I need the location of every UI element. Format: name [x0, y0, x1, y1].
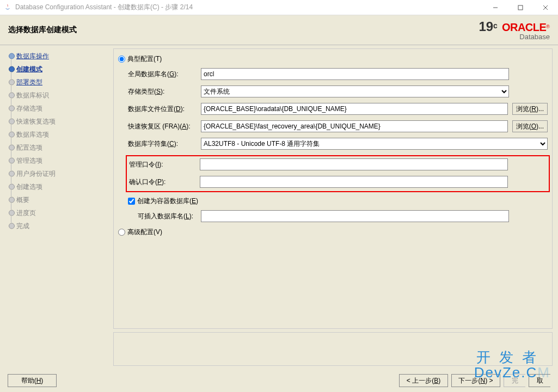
wizard-step-label: 数据库选项	[16, 130, 49, 139]
java-icon	[3, 3, 12, 12]
wizard-step[interactable]: 创建模式	[5, 63, 109, 76]
charset-select[interactable]: AL32UTF8 - Unicode UTF-8 通用字符集	[201, 138, 548, 150]
titlebar: Database Configuration Assistant - 创建数据库…	[0, 0, 558, 15]
wizard-step-label: 快速恢复选项	[16, 117, 56, 126]
wizard-step: 完成	[5, 219, 109, 232]
wizard-step-link[interactable]: 部署类型	[16, 78, 42, 87]
password-highlight-box: 管理口令(I): 确认口令(P):	[126, 155, 550, 192]
help-button[interactable]: 帮助(H)	[8, 374, 57, 387]
container-db-checkbox[interactable]	[128, 198, 135, 205]
wizard-step: 管理选项	[5, 154, 109, 167]
browse-db-file-button[interactable]: 浏览(R)...	[512, 103, 548, 115]
db-file-loc-input[interactable]	[201, 103, 508, 115]
storage-type-label: 存储类型(S):	[128, 87, 201, 96]
wizard-step: 快速恢复选项	[5, 115, 109, 128]
wizard-step: 存储选项	[5, 102, 109, 115]
wizard-step-label: 概要	[16, 195, 29, 205]
admin-pwd-label: 管理口令(I):	[129, 160, 200, 169]
wizard-step[interactable]: 数据库操作	[5, 50, 109, 63]
global-db-label: 全局数据库名(G):	[128, 70, 201, 79]
charset-label: 数据库字符集(C):	[128, 139, 201, 149]
fra-label: 快速恢复区 (FRA)(A):	[128, 122, 201, 131]
wizard-step-link[interactable]: 数据库操作	[16, 52, 49, 61]
finish-button[interactable]: 完	[504, 374, 525, 387]
message-area	[113, 332, 553, 366]
wizard-step[interactable]: 部署类型	[5, 76, 109, 89]
header: 选择数据库创建模式 19c ORACLE® Database	[0, 15, 558, 45]
advanced-config-radio[interactable]	[118, 229, 125, 236]
svg-rect-1	[518, 5, 523, 10]
page-title: 选择数据库创建模式	[8, 25, 77, 35]
wizard-step-label: 管理选项	[16, 156, 42, 166]
cancel-button[interactable]: 取	[529, 374, 550, 387]
minimize-button[interactable]	[483, 0, 508, 15]
wizard-step-label: 数据库标识	[16, 91, 49, 100]
wizard-step: 创建选项	[5, 180, 109, 193]
confirm-pwd-label: 确认口令(P):	[129, 177, 200, 187]
typical-config-label: 典型配置(T)	[127, 54, 162, 64]
window-title: Database Configuration Assistant - 创建数据库…	[15, 3, 483, 12]
wizard-step-label: 配置选项	[16, 143, 42, 152]
wizard-step: 配置选项	[5, 141, 109, 154]
typical-config-radio[interactable]	[118, 56, 125, 63]
close-button[interactable]	[533, 0, 558, 15]
confirm-pwd-input[interactable]	[200, 176, 508, 188]
storage-type-select[interactable]: 文件系统	[201, 85, 509, 97]
advanced-config-label: 高级配置(V)	[127, 228, 162, 237]
wizard-step-label: 进度页	[16, 209, 36, 218]
wizard-step: 数据库标识	[5, 89, 109, 102]
wizard-step: 概要	[5, 193, 109, 206]
brand-logo: 19c ORACLE® Database	[479, 20, 550, 40]
wizard-step-label: 存储选项	[16, 104, 42, 113]
wizard-step: 数据库选项	[5, 128, 109, 141]
main-panel: 典型配置(T) 全局数据库名(G): 存储类型(S): 文件系统 数据库文件位置…	[109, 45, 558, 369]
wizard-step-label: 完成	[16, 222, 29, 231]
db-file-loc-label: 数据库文件位置(D):	[128, 105, 201, 114]
window-controls	[483, 0, 558, 15]
wizard-step-label: 用户身份证明	[16, 169, 56, 179]
maximize-button[interactable]	[508, 0, 533, 15]
pdb-name-input[interactable]	[201, 210, 509, 222]
wizard-step: 进度页	[5, 206, 109, 219]
back-button[interactable]: < 上一步(B)	[399, 374, 448, 387]
footer: 帮助(H) < 上一步(B) 下一步(N) > 完 取	[0, 369, 558, 392]
next-button[interactable]: 下一步(N) >	[451, 374, 500, 387]
pdb-name-label: 可插入数据库名(L):	[138, 212, 201, 221]
wizard-steps-sidebar: 数据库操作创建模式部署类型数据库标识存储选项快速恢复选项数据库选项配置选项管理选…	[0, 45, 109, 369]
typical-config-radio-row: 典型配置(T)	[118, 54, 548, 64]
wizard-step-link[interactable]: 创建模式	[16, 65, 42, 74]
wizard-step: 用户身份证明	[5, 167, 109, 180]
browse-fra-button[interactable]: 浏览(O)...	[512, 120, 548, 132]
container-db-label: 创建为容器数据库(E)	[137, 197, 198, 206]
global-db-input[interactable]	[201, 68, 509, 80]
fra-input[interactable]	[201, 120, 508, 132]
wizard-step-label: 创建选项	[16, 182, 42, 192]
admin-pwd-input[interactable]	[200, 158, 508, 170]
